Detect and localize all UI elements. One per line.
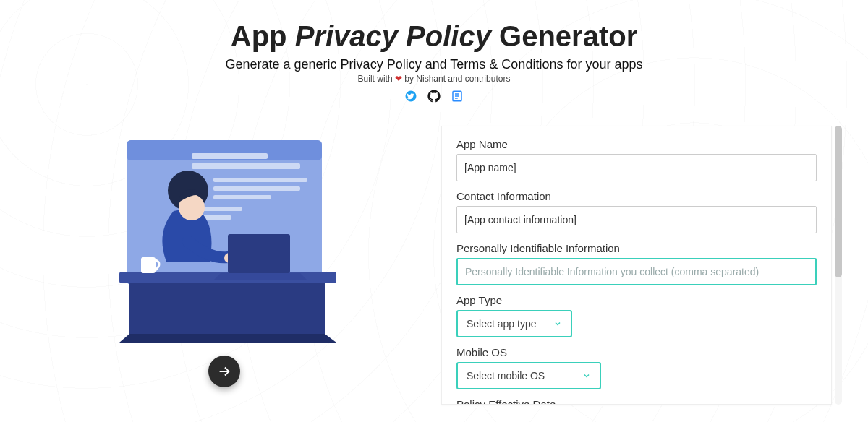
form-panel: App Name Contact Information Personally … bbox=[441, 126, 832, 405]
app-name-field[interactable] bbox=[456, 154, 817, 181]
chevron-down-icon bbox=[582, 371, 591, 380]
website-icon[interactable] bbox=[451, 90, 464, 106]
effective-date-label: Policy Effective Date bbox=[456, 398, 817, 405]
arrow-right-icon bbox=[216, 363, 232, 379]
svg-rect-8 bbox=[192, 163, 300, 169]
contact-field[interactable] bbox=[456, 206, 817, 233]
svg-rect-21 bbox=[228, 234, 290, 273]
twitter-icon[interactable] bbox=[404, 90, 417, 106]
heart-icon: ❤ bbox=[395, 74, 402, 84]
built-with: Built with ❤ by Nishant and contributors bbox=[0, 74, 868, 84]
svg-marker-16 bbox=[119, 334, 336, 343]
pii-field[interactable] bbox=[456, 258, 817, 285]
app-name-label: App Name bbox=[456, 138, 817, 150]
mobile-os-label: Mobile OS bbox=[456, 346, 817, 358]
next-button[interactable] bbox=[208, 356, 240, 387]
page-title: App Privacy Policy Generator bbox=[0, 20, 868, 53]
svg-rect-7 bbox=[192, 153, 268, 159]
chevron-down-icon bbox=[553, 319, 562, 328]
contact-label: Contact Information bbox=[456, 190, 817, 202]
svg-rect-11 bbox=[213, 195, 271, 199]
svg-rect-15 bbox=[129, 283, 325, 334]
hero-illustration bbox=[105, 126, 344, 343]
github-icon[interactable] bbox=[427, 90, 441, 106]
form-scrollbar[interactable] bbox=[835, 126, 842, 405]
svg-rect-9 bbox=[213, 178, 307, 182]
page-subtitle: Generate a generic Privacy Policy and Te… bbox=[0, 57, 868, 72]
mobile-os-value: Select mobile OS bbox=[467, 370, 545, 382]
scrollbar-thumb[interactable] bbox=[835, 126, 842, 277]
app-type-select[interactable]: Select app type bbox=[456, 310, 572, 337]
svg-marker-22 bbox=[213, 273, 307, 280]
app-type-label: App Type bbox=[456, 294, 817, 306]
app-type-value: Select app type bbox=[467, 318, 537, 330]
svg-rect-10 bbox=[213, 186, 300, 191]
pii-label: Personally Identifiable Information bbox=[456, 242, 817, 254]
mobile-os-select[interactable]: Select mobile OS bbox=[456, 362, 601, 389]
svg-rect-17 bbox=[141, 257, 156, 273]
